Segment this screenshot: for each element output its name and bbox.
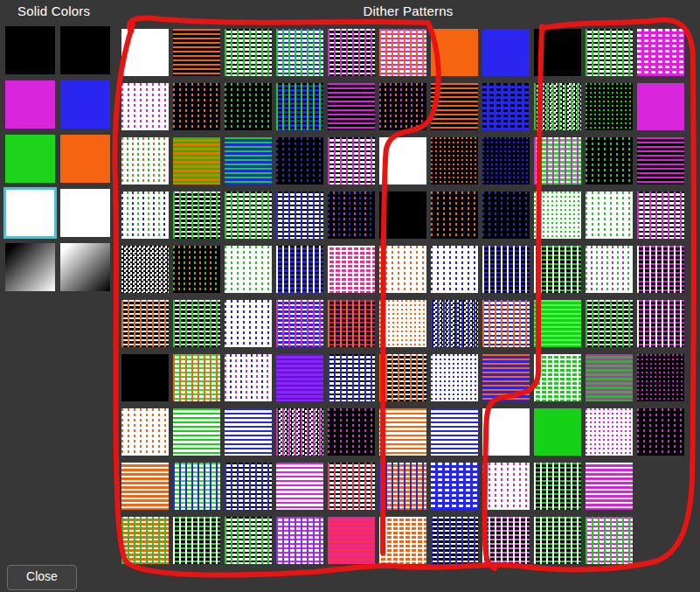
dither-swatch[interactable] [637,137,684,185]
dither-swatch[interactable] [276,29,323,76]
dither-swatch[interactable] [534,246,581,293]
dither-swatch[interactable] [276,300,323,347]
dither-swatch[interactable] [225,83,272,130]
dither-swatch[interactable] [379,246,426,293]
dither-swatch[interactable] [431,354,478,401]
dither-swatch[interactable] [276,517,323,564]
dither-swatch[interactable] [482,83,530,130]
dither-swatch[interactable] [121,300,169,347]
dither-swatch[interactable] [379,83,426,130]
dither-swatch[interactable] [637,29,684,76]
dither-swatch[interactable] [431,83,478,130]
dither-swatch[interactable] [121,408,169,456]
solid-swatch[interactable] [5,135,55,183]
dither-swatch[interactable] [482,137,530,185]
dither-swatch[interactable] [173,463,220,510]
dither-swatch[interactable] [534,137,581,185]
dither-swatch[interactable] [431,517,478,564]
dither-swatch[interactable] [431,246,478,293]
dither-swatch[interactable] [173,300,220,347]
close-button[interactable]: Close [7,565,77,590]
dither-swatch[interactable] [431,463,478,510]
dither-swatch[interactable] [173,408,220,456]
dither-swatch[interactable] [121,463,169,510]
dither-swatch[interactable] [637,192,684,239]
dither-swatch[interactable] [276,83,323,130]
dither-swatch[interactable] [586,354,633,401]
dither-swatch[interactable] [328,354,375,401]
dither-swatch[interactable] [379,408,426,456]
dither-swatch[interactable] [482,354,530,401]
dither-swatch[interactable] [225,192,272,239]
dither-swatch[interactable] [121,246,169,293]
dither-swatch[interactable] [534,29,581,76]
dither-swatch[interactable] [431,300,478,347]
dither-swatch[interactable] [225,408,272,456]
dither-swatch[interactable] [225,137,272,185]
dither-swatch[interactable] [482,29,530,76]
dither-swatch[interactable] [379,517,426,564]
dither-swatch[interactable] [379,29,426,76]
dither-swatch[interactable] [328,300,375,347]
solid-swatch[interactable] [5,189,55,237]
dither-swatch[interactable] [586,463,633,510]
dither-swatch[interactable] [276,137,323,185]
dither-swatch[interactable] [276,192,323,239]
dither-swatch[interactable] [121,29,169,76]
dither-swatch[interactable] [379,300,426,347]
dither-swatch[interactable] [637,83,684,130]
dither-swatch[interactable] [379,463,426,510]
dither-swatch[interactable] [534,300,581,347]
dither-swatch[interactable] [379,192,426,239]
dither-swatch[interactable] [173,137,220,185]
dither-swatch[interactable] [431,192,478,239]
dither-swatch[interactable] [276,246,323,293]
dither-swatch[interactable] [173,517,220,564]
dither-swatch[interactable] [328,29,375,76]
dither-swatch[interactable] [225,354,272,401]
dither-swatch[interactable] [534,463,581,510]
solid-swatch[interactable] [60,26,110,74]
dither-swatch[interactable] [431,137,478,185]
dither-swatch[interactable] [586,408,633,456]
dither-swatch[interactable] [328,137,375,185]
dither-swatch[interactable] [586,192,633,239]
dither-swatch[interactable] [431,408,478,456]
dither-swatch[interactable] [173,354,220,401]
dither-swatch[interactable] [173,192,220,239]
dither-swatch[interactable] [586,137,633,185]
dither-swatch[interactable] [637,246,684,293]
dither-swatch[interactable] [121,354,169,401]
dither-swatch[interactable] [534,408,581,456]
dither-swatch[interactable] [482,300,530,347]
dither-swatch[interactable] [482,517,530,564]
dither-swatch[interactable] [482,192,530,239]
dither-swatch[interactable] [534,354,581,401]
dither-swatch[interactable] [431,29,478,76]
dither-swatch[interactable] [173,29,220,76]
dither-swatch[interactable] [586,83,633,130]
dither-swatch[interactable] [534,517,581,564]
dither-swatch[interactable] [225,300,272,347]
dither-swatch[interactable] [328,246,375,293]
dither-swatch[interactable] [637,354,684,401]
solid-swatch[interactable] [5,26,55,74]
dither-swatch[interactable] [328,83,375,130]
solid-swatch-gradient[interactable] [60,243,110,291]
dither-swatch[interactable] [121,83,169,130]
dither-swatch[interactable] [637,300,684,347]
solid-swatch[interactable] [5,80,55,129]
dither-swatch[interactable] [379,354,426,401]
dither-swatch[interactable] [328,408,375,456]
dither-swatch[interactable] [225,246,272,293]
dither-swatch[interactable] [328,192,375,239]
dither-swatch[interactable] [586,300,633,347]
dither-swatch[interactable] [276,408,323,456]
dither-swatch[interactable] [225,463,272,510]
solid-swatch[interactable] [60,135,110,183]
dither-swatch[interactable] [482,463,530,510]
solid-swatch[interactable] [60,189,110,237]
dither-swatch[interactable] [482,246,530,293]
dither-swatch[interactable] [121,517,169,564]
dither-swatch[interactable] [121,192,169,239]
